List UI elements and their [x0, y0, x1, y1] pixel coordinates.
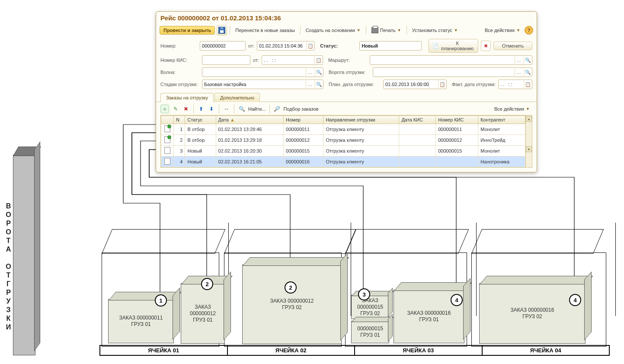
tab-bar: Заказы на отгрузку Дополнительно [156, 93, 537, 102]
ellipsis-icon[interactable]: … [306, 68, 314, 76]
help-icon[interactable]: ? [525, 26, 533, 35]
search-icon[interactable]: 🔍 [524, 56, 532, 64]
orders-grid[interactable]: NСтатусДата ▲НомерНаправление отгрузкиДа… [161, 115, 525, 167]
calendar-icon[interactable]: 📋 [524, 80, 532, 88]
cargo-box: ЗАКАЗ 000000016 ГРУЗ 02 [479, 283, 586, 344]
pick-orders-button[interactable]: Подбор заказов [284, 106, 319, 112]
table-cell [399, 135, 436, 146]
move-up-button[interactable]: ⬆ [197, 105, 205, 113]
gate-3d [13, 155, 35, 355]
search-icon[interactable]: 🔍 [315, 68, 323, 76]
ellipsis-icon[interactable]: … [306, 80, 314, 88]
column-header[interactable]: Номер КИС [436, 116, 478, 124]
number-field[interactable] [200, 41, 246, 51]
label-ship-stages: Стадии отгрузки: [160, 82, 199, 87]
tab-extra[interactable]: Дополнительно [214, 93, 260, 102]
cargo-box: ЗАКАЗ 000000012 ГРУЗ 01 [181, 283, 225, 344]
column-header[interactable]: N [174, 116, 185, 124]
table-cell: Отгрузка клиенту [323, 135, 399, 146]
ship-stages-field[interactable]: … 🔍 [202, 80, 323, 89]
set-status-button[interactable]: Установить статус ▼ [410, 26, 461, 34]
table-cell: 000000012 [284, 135, 323, 146]
scroll-up-button[interactable]: ▴ [526, 116, 532, 122]
column-header[interactable]: Контрагент [478, 116, 525, 124]
move-to-new-orders-button[interactable]: Перенести в новые заказы [233, 26, 297, 34]
table-row[interactable]: 4Новый02.02.2013 16:21:05000000016Отгруз… [161, 156, 525, 167]
delete-row-button[interactable]: ✖ [182, 105, 190, 113]
tab-orders[interactable]: Заказы на отгрузку [160, 93, 214, 102]
grid-all-actions-button[interactable]: Все действия ▼ [492, 105, 532, 113]
search-icon[interactable]: 🔍 [315, 80, 323, 88]
printer-icon [371, 27, 378, 33]
find-icon[interactable]: 🔍 [238, 105, 246, 113]
box-order: ЗАКАЗ 000000016 [511, 307, 554, 313]
box-order: ЗАКАЗ 000000016 [407, 310, 451, 316]
calendar-icon[interactable]: 📋 [306, 42, 314, 50]
table-row[interactable]: 3Новый02.02.2013 16:20:30000000015Отгруз… [161, 146, 525, 156]
scroll-down-button[interactable]: ▾ [526, 146, 532, 152]
save-button[interactable] [217, 25, 227, 35]
add-row-button[interactable]: ＋ [160, 105, 169, 113]
table-row[interactable]: 2В отбор01.02.2013 13:29:18000000012Отгр… [161, 135, 525, 146]
document-posted-icon [164, 125, 170, 132]
grid-scrollbar[interactable]: ▴ ▾ [525, 115, 532, 167]
post-and-close-button[interactable]: Провести и закрыть [160, 26, 215, 35]
label-from: от: [248, 43, 254, 48]
cell-label: ЯЧЕЙКА 03 [355, 345, 483, 356]
table-cell: Нанотроника [478, 156, 525, 167]
column-header[interactable]: Номер [284, 116, 323, 124]
pick-icon[interactable]: 🔎 [273, 105, 281, 113]
fit-width-button[interactable]: ↔ [223, 105, 230, 113]
table-cell: 4 [174, 156, 185, 167]
ellipsis-icon[interactable]: … [515, 56, 523, 64]
print-button[interactable]: Печать ▼ [369, 26, 404, 35]
table-cell: 1 [174, 124, 185, 135]
table-cell: 02.02.2013 16:21:05 [216, 156, 283, 167]
badge: 2 [201, 278, 213, 290]
column-header[interactable]: Статус [185, 116, 216, 124]
column-header[interactable]: Дата КИС [399, 116, 436, 124]
toolbar-all-actions-button[interactable]: Все действия ▼ [482, 26, 523, 34]
calendar-icon[interactable]: 📋 [314, 56, 323, 64]
gate-label: ВОРОТА ОТГРУЗКИ [4, 202, 12, 332]
table-row[interactable]: 1В отбор01.02.2013 13:28:46000000011Отгр… [161, 124, 525, 135]
form-body: Номер: от: 📋 Статус: 📄К планированию ✖ О… [156, 37, 537, 92]
ellipsis-icon[interactable]: … [515, 68, 523, 76]
plan-ship-date-field[interactable]: 📋 [383, 80, 447, 89]
table-cell: В отбор [185, 135, 216, 146]
from-date-field[interactable]: 📋 [257, 41, 315, 51]
kis-from-field[interactable]: 📋 [262, 55, 323, 65]
cancel-icon-button[interactable]: ✖ [481, 41, 491, 51]
calendar-icon[interactable]: 📋 [438, 80, 446, 88]
fact-ship-date-field[interactable]: 📋 [498, 80, 532, 89]
cancel-button[interactable]: Отменить [493, 42, 532, 50]
table-cell: 02.02.2013 16:20:30 [216, 146, 283, 156]
label-status: Статус: [320, 43, 357, 48]
box-order: 000000015 [357, 304, 383, 310]
cell-label: ЯЧЕЙКА 01 [99, 345, 228, 356]
ship-gate-field[interactable]: … 🔍 [373, 67, 532, 77]
create-based-on-button[interactable]: Создать на основании ▼ [303, 26, 363, 34]
to-planning-button[interactable]: 📄К планированию [429, 39, 478, 53]
wave-field[interactable]: … 🔍 [202, 67, 323, 77]
box-cargo: ГРУЗ 02 [360, 310, 380, 317]
move-down-button[interactable]: ⬇ [208, 105, 215, 113]
kis-number-field[interactable] [202, 55, 250, 65]
caret-down-icon: ▼ [526, 107, 530, 111]
find-button[interactable]: Найти... [248, 106, 266, 112]
box-order: ЗАКАЗ [195, 304, 211, 310]
search-icon[interactable]: 🔍 [524, 68, 532, 76]
box-order: ЗАКАЗ 000000012 [270, 298, 314, 304]
label-kis-number: Номер КИС: [160, 57, 199, 63]
cargo-box: ЗАКАЗ 000000015 ГРУЗ 02 [351, 295, 389, 319]
cell-labels-row: ЯЧЕЙКА 01 ЯЧЕЙКА 02 ЯЧЕЙКА 03 ЯЧЕЙКА 04 [99, 345, 610, 356]
column-header[interactable]: Дата ▲ [216, 116, 283, 124]
box-order: ЗАКАЗ 000000011 [119, 315, 163, 321]
table-cell: 3 [174, 146, 185, 156]
status-field[interactable] [359, 41, 422, 51]
route-field[interactable]: … 🔍 [370, 55, 532, 65]
edit-row-button[interactable]: ✎ [172, 105, 179, 113]
window-title: Рейс 000000002 от 01.02.2013 15:04:36 [156, 12, 537, 23]
floppy-icon [218, 27, 225, 34]
column-header[interactable]: Направление отгрузки [323, 116, 399, 124]
